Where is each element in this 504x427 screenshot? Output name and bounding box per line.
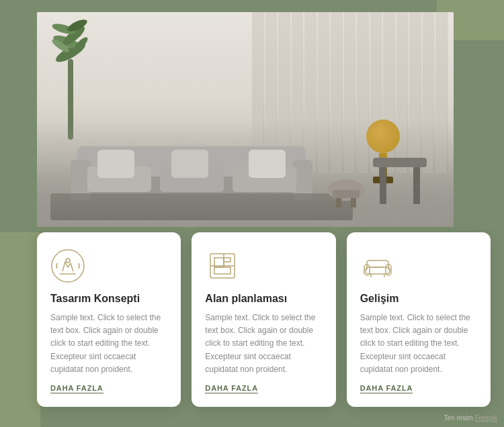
- card-2-text: Sample text. Click to select the text bo…: [205, 312, 322, 377]
- photo-credit: Ten resim Freepik: [444, 414, 497, 422]
- svg-rect-19: [249, 150, 286, 178]
- floor-plan-icon: [205, 248, 240, 283]
- card-2-title: Alan planlaması: [205, 293, 322, 305]
- card-design-concept: Tasarım Konsepti Sample text. Click to s…: [37, 232, 181, 407]
- side-table-svg: [373, 158, 427, 208]
- svg-rect-32: [214, 267, 230, 274]
- svg-rect-21: [380, 167, 386, 204]
- svg-rect-31: [224, 258, 230, 262]
- accent-left: [0, 232, 40, 427]
- card-development: Gelişim Sample text. Click to select the…: [347, 232, 491, 407]
- svg-rect-25: [336, 198, 341, 207]
- room-scene: [37, 12, 454, 227]
- page-container: Tasarım Konsepti Sample text. Click to s…: [0, 0, 504, 427]
- cards-section: Tasarım Konsepti Sample text. Click to s…: [37, 232, 491, 427]
- sofa-icon: [360, 248, 395, 283]
- svg-rect-26: [351, 198, 356, 207]
- card-3-link[interactable]: DAHA FAZLA: [360, 384, 413, 393]
- svg-rect-20: [373, 158, 427, 167]
- card-1-text: Sample text. Click to select the text bo…: [50, 312, 167, 377]
- hero-image: [37, 12, 454, 227]
- rug: [50, 193, 353, 220]
- card-2-link[interactable]: DAHA FAZLA: [205, 384, 258, 393]
- credit-text: Ten resim: [444, 414, 475, 422]
- svg-rect-17: [97, 150, 134, 178]
- design-concept-icon: [50, 248, 85, 283]
- svg-point-28: [66, 258, 70, 263]
- svg-rect-22: [413, 167, 420, 204]
- card-1-link[interactable]: DAHA FAZLA: [50, 384, 103, 393]
- card-1-title: Tasarım Konsepti: [50, 293, 167, 305]
- card-3-title: Gelişim: [360, 293, 477, 305]
- credit-link[interactable]: Freepik: [475, 414, 497, 422]
- ottoman-svg: [326, 178, 366, 208]
- card-floor-plan: Alan planlaması Sample text. Click to se…: [192, 232, 335, 407]
- svg-rect-18: [171, 150, 208, 178]
- card-3-text: Sample text. Click to select the text bo…: [360, 312, 477, 377]
- svg-rect-24: [333, 190, 360, 198]
